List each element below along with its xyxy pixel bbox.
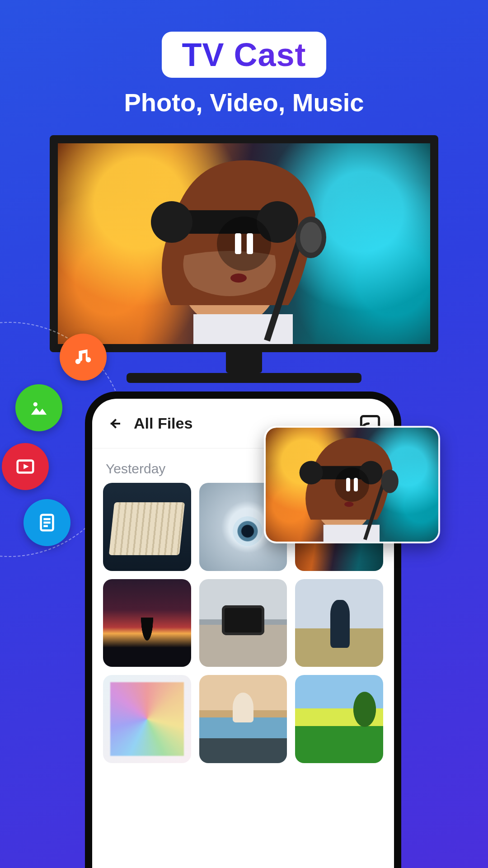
- tv-device: [50, 135, 438, 383]
- svg-point-20: [300, 461, 323, 484]
- media-tile[interactable]: [103, 675, 191, 763]
- svg-rect-12: [41, 515, 53, 531]
- promo-header: TV Cast Photo, Video, Music: [0, 0, 488, 117]
- svg-rect-11: [18, 461, 33, 473]
- svg-point-22: [344, 502, 353, 507]
- video-icon: [2, 443, 49, 490]
- casting-preview-card[interactable]: [264, 426, 440, 543]
- pause-icon: [335, 467, 369, 502]
- svg-rect-5: [193, 314, 293, 344]
- svg-point-4: [230, 274, 247, 283]
- media-tile[interactable]: [199, 579, 287, 667]
- svg-point-10: [33, 402, 38, 406]
- subtitle: Photo, Video, Music: [0, 88, 488, 117]
- svg-point-2: [151, 201, 192, 243]
- media-tile[interactable]: [199, 675, 287, 763]
- tv-base: [127, 373, 361, 383]
- svg-point-25: [381, 470, 398, 493]
- tv-neck: [226, 352, 262, 373]
- tv-screen: [50, 135, 438, 352]
- document-icon: [23, 499, 70, 546]
- svg-point-8: [300, 222, 322, 253]
- svg-rect-23: [324, 525, 380, 542]
- badge-text: TV Cast: [182, 37, 306, 73]
- pause-icon: [217, 217, 271, 271]
- badge-tv-cast: TV Cast: [162, 32, 326, 78]
- media-tile[interactable]: [295, 675, 383, 763]
- back-button[interactable]: [106, 415, 124, 433]
- arrow-left-icon: [108, 416, 122, 431]
- media-tile[interactable]: [295, 579, 383, 667]
- photo-icon: [15, 384, 62, 431]
- media-tile[interactable]: [103, 483, 191, 571]
- media-tile[interactable]: [103, 579, 191, 667]
